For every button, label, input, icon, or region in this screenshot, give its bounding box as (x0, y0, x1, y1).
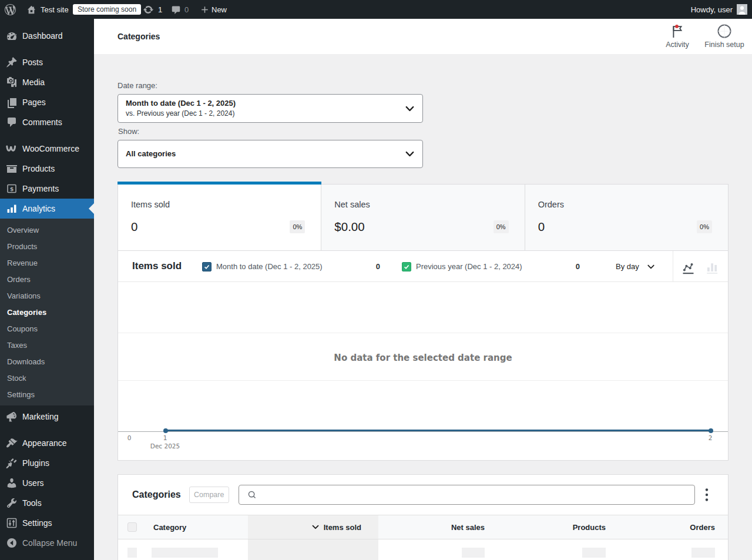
sidebar-item-marketing[interactable]: Marketing (0, 407, 94, 427)
submenu-label: Coupons (7, 324, 38, 333)
wp-logo-menu[interactable] (5, 0, 16, 19)
sidebar-item-dashboard[interactable]: Dashboard (0, 26, 94, 46)
search-input[interactable] (262, 485, 694, 504)
activity-button[interactable]: Activity (654, 24, 701, 49)
pages-icon (6, 96, 18, 108)
submenu-item-overview[interactable]: Overview (0, 222, 94, 238)
column-header-items-sold[interactable]: Items sold (248, 515, 378, 539)
admin-menu: Dashboard Posts Media Pages Comments Woo… (0, 19, 94, 219)
gridline (118, 333, 728, 333)
menu-separator (0, 46, 94, 52)
submenu-item-stock[interactable]: Stock (0, 370, 94, 386)
account-menu[interactable]: Howdy, user (691, 0, 747, 19)
sidebar-item-products[interactable]: Products (0, 159, 94, 179)
legend-item-previous-period[interactable]: Previous year (Dec 1 - 2, 2024) 0 (402, 251, 580, 282)
submenu-label: Categories (7, 308, 46, 317)
sidebar-item-media[interactable]: Media (0, 72, 94, 92)
sidebar-item-posts[interactable]: Posts (0, 52, 94, 72)
progress-circle-icon (704, 24, 745, 38)
submenu-label: Orders (7, 275, 31, 284)
column-label: Net sales (451, 523, 485, 532)
column-header-category[interactable]: Category (146, 515, 248, 539)
collapse-menu-button[interactable]: Collapse Menu (0, 533, 94, 553)
site-name-menu[interactable]: Test site (26, 0, 69, 19)
summary-tile-net-sales[interactable]: Net sales $0.00 0% (321, 185, 524, 250)
bar-chart-type-button[interactable] (707, 263, 719, 274)
interval-select[interactable]: By day (616, 251, 655, 282)
cell-category-placeholder (146, 539, 248, 560)
submenu-item-revenue[interactable]: Revenue (0, 254, 94, 271)
select-all-checkbox[interactable] (118, 515, 146, 539)
flag-icon (654, 24, 701, 38)
finish-setup-button[interactable]: Finish setup (704, 24, 745, 49)
collapse-label: Collapse Menu (22, 538, 77, 548)
sidebar-item-label: Pages (22, 98, 46, 107)
checkbox-checked-icon (402, 262, 411, 271)
submenu-item-variations[interactable]: Variations (0, 287, 94, 304)
sidebar-item-comments[interactable]: Comments (0, 112, 94, 132)
sidebar-item-settings[interactable]: Settings (0, 513, 94, 533)
sidebar-item-plugins[interactable]: Plugins (0, 453, 94, 473)
tile-delta-badge: 0% (494, 220, 509, 233)
chart-plot-area: No data for the selected date range 0 1 … (118, 282, 728, 460)
submenu-item-settings[interactable]: Settings (0, 386, 94, 403)
column-header-orders[interactable]: Orders (620, 515, 728, 539)
tile-value: 0 (538, 220, 545, 234)
date-range-select[interactable]: Month to date (Dec 1 - 2, 2025) vs. Prev… (118, 94, 423, 123)
sidebar-item-label: Posts (22, 58, 43, 67)
column-header-products[interactable]: Products (499, 515, 620, 539)
sidebar-item-pages[interactable]: Pages (0, 92, 94, 112)
analytics-submenu: Overview Products Revenue Orders Variati… (0, 219, 94, 405)
sidebar-item-analytics[interactable]: Analytics (0, 199, 94, 219)
sidebar-item-woocommerce[interactable]: WooCommerce (0, 139, 94, 159)
show-value: All categories (126, 149, 176, 159)
placeholder-bar (691, 548, 715, 558)
table-title: Categories (132, 489, 181, 500)
collapse-icon (6, 537, 18, 549)
kebab-menu-button[interactable] (700, 485, 714, 504)
legend-label: Previous year (Dec 1 - 2, 2024) (416, 262, 522, 271)
summary-tile-orders[interactable]: Orders 0 0% (525, 185, 728, 250)
finish-setup-label: Finish setup (704, 41, 745, 49)
compare-button[interactable]: Compare (189, 487, 229, 503)
chart-panel: Items sold 0 0% Net sales $0.00 0% Order… (118, 184, 728, 461)
updates-menu[interactable]: 1 (143, 0, 162, 19)
cell-checkbox-placeholder (118, 539, 146, 560)
line-chart-type-button[interactable] (683, 263, 694, 274)
show-select[interactable]: All categories (118, 140, 423, 168)
summary-tile-items-sold[interactable]: Items sold 0 0% (118, 185, 321, 250)
submenu-item-coupons[interactable]: Coupons (0, 320, 94, 337)
submenu-label: Taxes (7, 341, 27, 350)
legend-label: Month to date (Dec 1 - 2, 2025) (216, 262, 323, 271)
sidebar-item-users[interactable]: Users (0, 473, 94, 493)
checkbox-checked-icon (202, 262, 212, 271)
chart-data-point (709, 428, 713, 433)
new-label: New (212, 5, 227, 14)
legend-total: 0 (376, 262, 380, 271)
table-row-placeholder (118, 539, 728, 560)
column-label: Products (573, 523, 606, 532)
search-box[interactable] (239, 485, 695, 505)
wordpress-logo-icon (5, 4, 16, 15)
sidebar-item-appearance[interactable]: Appearance (0, 433, 94, 453)
placeholder-bar (127, 548, 137, 558)
new-menu[interactable]: New (200, 0, 227, 19)
dashboard-icon (6, 30, 18, 42)
sidebar-item-tools[interactable]: Tools (0, 493, 94, 513)
sidebar-item-payments[interactable]: $ Payments (0, 179, 94, 199)
legend-item-current-period[interactable]: Month to date (Dec 1 - 2, 2025) 0 (202, 251, 380, 282)
menu-separator (0, 132, 94, 139)
comments-menu[interactable]: 0 (172, 0, 189, 19)
submenu-item-downloads[interactable]: Downloads (0, 353, 94, 370)
megaphone-icon (6, 411, 18, 422)
submenu-item-products[interactable]: Products (0, 238, 94, 254)
gridline (118, 380, 728, 381)
sidebar-item-label: Analytics (22, 204, 55, 213)
column-header-net-sales[interactable]: Net sales (378, 515, 499, 539)
summary-tiles: Items sold 0 0% Net sales $0.00 0% Order… (118, 185, 728, 251)
submenu-item-orders[interactable]: Orders (0, 271, 94, 287)
submenu-item-taxes[interactable]: Taxes (0, 337, 94, 353)
x-tick-label: 2 (709, 434, 713, 441)
submenu-item-categories[interactable]: Categories (0, 304, 94, 320)
sidebar-item-label: Plugins (22, 458, 49, 468)
